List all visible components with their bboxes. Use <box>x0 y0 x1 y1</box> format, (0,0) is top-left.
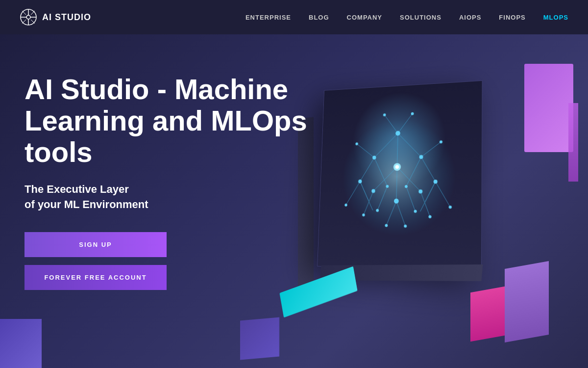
network-visualization <box>318 81 482 277</box>
hero-subtitle: The Executive Layer of your ML Environme… <box>24 182 211 212</box>
nav-link-finops[interactable]: FINOPS <box>499 14 525 21</box>
svg-line-6 <box>22 11 26 15</box>
nav-link-mlops[interactable]: MLOPS <box>543 14 568 21</box>
logo-text: AI STUDIO <box>42 12 91 23</box>
logo-icon <box>20 8 37 26</box>
accent-bottom-left <box>0 319 42 368</box>
hero-subtitle-line1: The Executive Layer <box>24 183 129 195</box>
svg-point-49 <box>449 206 452 209</box>
deco-strip <box>568 103 578 182</box>
svg-point-48 <box>344 204 347 207</box>
signup-button[interactable]: SIGN UP <box>24 232 167 257</box>
nav-item-mlops[interactable]: MLOPS <box>543 13 568 22</box>
block-indigo <box>240 317 279 360</box>
nav-item-aiops[interactable]: AIOPS <box>459 13 481 22</box>
svg-line-9 <box>22 20 26 24</box>
free-account-button[interactable]: FOREVER FREE ACCOUNT <box>24 265 167 290</box>
panel-main <box>317 80 482 277</box>
nav-link-enterprise[interactable]: ENTERPRISE <box>245 14 291 21</box>
logo[interactable]: AI STUDIO <box>20 8 91 26</box>
nav-item-company[interactable]: COMPANY <box>347 13 382 22</box>
hero-title: AI Studio - Machine Learning and MLOps t… <box>24 74 338 167</box>
hero-content: AI Studio - Machine Learning and MLOps t… <box>24 74 338 290</box>
nav-item-solutions[interactable]: SOLUTIONS <box>400 13 441 22</box>
svg-point-57 <box>411 112 414 115</box>
nav-item-finops[interactable]: FINOPS <box>499 13 525 22</box>
nav-link-aiops[interactable]: AIOPS <box>459 14 481 21</box>
block-purple-large <box>505 261 549 342</box>
nav-link-blog[interactable]: BLOG <box>309 14 329 21</box>
hero-subtitle-line2: of your ML Environment <box>24 198 148 210</box>
nav-item-blog[interactable]: BLOG <box>309 13 329 22</box>
navbar: AI STUDIO ENTERPRISE BLOG COMPANY SOLUTI… <box>0 0 588 34</box>
block-pink <box>470 287 505 342</box>
svg-line-7 <box>31 20 35 24</box>
nav-link-solutions[interactable]: SOLUTIONS <box>400 14 441 21</box>
nav-link-company[interactable]: COMPANY <box>347 14 382 21</box>
nav-links: ENTERPRISE BLOG COMPANY SOLUTIONS AIOPS … <box>245 13 568 22</box>
svg-line-8 <box>31 11 35 15</box>
svg-point-1 <box>26 15 30 19</box>
block-purple-small <box>524 64 573 152</box>
nav-item-enterprise[interactable]: ENTERPRISE <box>245 13 291 22</box>
hero-section: AI Studio - Machine Learning and MLOps t… <box>0 34 588 368</box>
